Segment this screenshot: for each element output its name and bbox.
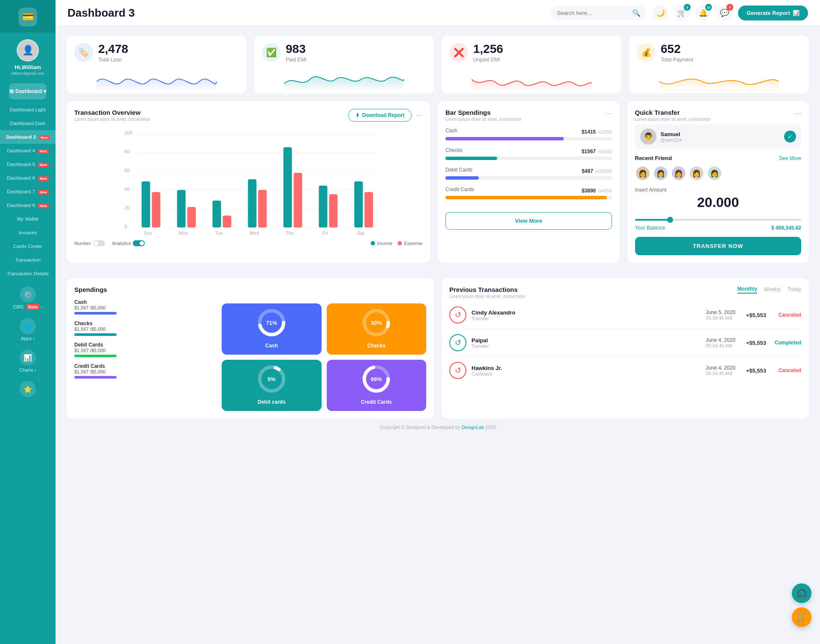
spendings-checks-name: Checks xyxy=(74,321,211,326)
footer-brand-link[interactable]: DexignLab xyxy=(462,425,484,430)
chart-bar-icon: 📊 xyxy=(793,10,800,16)
sidebar-item-dashboard6[interactable]: Dashboard 6 New xyxy=(0,171,56,185)
expense-label: Expense xyxy=(404,241,422,246)
sidebar-item-dashboard8[interactable]: Dashboard 8 New xyxy=(0,198,56,212)
spending-credit-label: Credit Cards xyxy=(445,186,474,194)
friend-avatar-5[interactable]: 👩 xyxy=(707,166,722,181)
tab-today[interactable]: Today xyxy=(788,286,801,293)
donut-cash: 71% Cash xyxy=(222,303,321,355)
svg-text:Tue: Tue xyxy=(215,230,223,236)
amount-slider[interactable] xyxy=(635,219,802,221)
tx-time-cindy: 05:34:45 AM xyxy=(706,315,735,321)
donut-debit-label: Debit cards xyxy=(258,399,285,405)
svg-rect-26 xyxy=(258,190,267,227)
sidebar-item-transaction[interactable]: Transaction xyxy=(0,253,56,267)
prev-tx-title: Previous Transactions xyxy=(449,286,525,293)
friend-avatar-3[interactable]: 👩 xyxy=(671,166,686,181)
bar-spendings-more-btn[interactable]: ··· xyxy=(605,109,612,118)
stat-card-total-loan: 🏷️ 2,478 Total Loan xyxy=(67,35,246,93)
sidebar-item-dashboard3[interactable]: Dashboard 3 New xyxy=(0,130,56,144)
sidebar-item-dashboard5[interactable]: Dashboard 5 New xyxy=(0,157,56,171)
tx-time-paipal: 05:34:45 AM xyxy=(706,343,735,348)
donut-checks-svg: 30% xyxy=(361,308,391,338)
friend-avatar-1[interactable]: 👩 xyxy=(635,166,650,181)
new-badge: New xyxy=(38,149,48,154)
donut-credit-label: Credit Cards xyxy=(361,399,392,405)
sidebar-item-wallet[interactable]: My Wallet xyxy=(0,212,56,226)
recent-friend-label: Recent Friend xyxy=(635,155,672,161)
bar-chart-svg: 100 80 60 40 20 0 Sun xyxy=(74,126,422,237)
donut-debit-svg: 5% xyxy=(257,364,287,394)
download-report-button[interactable]: ⬇ Download Report xyxy=(348,109,412,122)
sidebar-item-dashboard4[interactable]: Dashboard 4 New xyxy=(0,144,56,157)
tx-name-hawkins: Hawkins Jr. xyxy=(472,365,502,371)
moon-btn[interactable]: 🌙 xyxy=(653,5,668,20)
svg-rect-27 xyxy=(284,147,292,227)
bar-spendings-card: Bar Spendings Lorem ipsum dolor sit amet… xyxy=(438,101,620,263)
sidebar-item-cards[interactable]: Cards Center xyxy=(0,239,56,253)
friend-avatar-4[interactable]: 👩 xyxy=(689,166,704,181)
spending-debit-max: /s10000 xyxy=(595,169,612,174)
svg-rect-32 xyxy=(365,192,373,227)
svg-rect-25 xyxy=(248,179,257,227)
donut-debit: 5% Debit cards xyxy=(222,360,321,411)
sidebar-charts[interactable]: 📊 Charts › xyxy=(19,344,36,375)
search-box[interactable]: 🔍 xyxy=(551,6,647,20)
sidebar-favorites[interactable]: ⭐ xyxy=(20,375,36,402)
sidebar-item-dashboard7[interactable]: Dashboard 7 New xyxy=(0,185,56,198)
more-options-button[interactable]: ··· xyxy=(416,111,422,120)
spendings-content: Cash $1,567 /$5,000 Checks $1,567 /$5,00… xyxy=(74,299,426,411)
footer: Copyright © Designed & Developed by Dexi… xyxy=(67,419,809,436)
sidebar-cms[interactable]: ⚙️ CMS New › xyxy=(13,280,43,312)
quick-transfer-card: Quick Transfer Lorem ipsum dolor sit ame… xyxy=(627,101,809,263)
dashboard-dropdown-btn[interactable]: ⊞ Dashboard ▾ xyxy=(9,83,47,99)
sidebar-nav: Dashboard Light Dashboard Dark Dashboard… xyxy=(0,103,56,635)
cart-btn[interactable]: 🛒 2 xyxy=(674,5,689,20)
transfer-now-button[interactable]: TRANSFER NOW xyxy=(635,237,802,255)
transfer-contact: 👨 Samuel @sam224 ✓ xyxy=(635,124,802,149)
sidebar-item-invoices[interactable]: Invoices xyxy=(0,226,56,239)
legend-number: Number xyxy=(74,240,105,246)
svg-text:0: 0 xyxy=(125,224,127,229)
headset-icon: 🎧 xyxy=(797,588,807,598)
fab-cart-btn[interactable]: 🛒 xyxy=(792,607,811,627)
svg-text:Wed: Wed xyxy=(249,230,259,236)
svg-rect-24 xyxy=(223,216,231,227)
wallet-icon[interactable]: 💳 xyxy=(18,8,37,26)
friend-avatar-2[interactable]: 👩 xyxy=(653,166,668,181)
gear-icon: ⚙️ xyxy=(20,286,36,303)
total-payment-wave xyxy=(637,69,801,92)
svg-rect-31 xyxy=(354,181,363,227)
new-badge: New xyxy=(38,176,48,181)
header-right: 🔍 🌙 🛒 2 🔔 12 💬 5 Generate Report 📊 xyxy=(551,5,808,20)
generate-report-button[interactable]: Generate Report 📊 xyxy=(738,6,808,20)
search-input[interactable] xyxy=(557,10,629,16)
bottom-row: Spendings Cash $1,567 /$5,000 Checks $1,… xyxy=(67,278,809,419)
fab-support-btn[interactable]: 🎧 xyxy=(792,583,811,603)
new-badge: New xyxy=(39,135,49,140)
bell-btn[interactable]: 🔔 12 xyxy=(695,5,711,20)
messages-btn[interactable]: 💬 5 xyxy=(717,5,732,20)
bar-chart: 100 80 60 40 20 0 Sun xyxy=(74,126,422,237)
quick-transfer-more-btn[interactable]: ··· xyxy=(795,109,801,118)
total-loan-value: 2,478 xyxy=(98,43,128,55)
download-icon: ⬇ xyxy=(355,112,360,118)
spending-item-debit: Debit Cards $487 /s10000 xyxy=(445,167,612,180)
contact-name: Samuel xyxy=(661,131,682,137)
tx-amount-hawkins: +$5,553 xyxy=(741,367,766,374)
view-more-button[interactable]: View More xyxy=(445,212,612,230)
analytics-toggle[interactable] xyxy=(133,240,145,246)
sidebar: 💳 👤 Hi,William william@gmail.com ⊞ Dashb… xyxy=(0,0,56,644)
balance-value: $ 456,345.62 xyxy=(771,225,801,231)
number-toggle[interactable] xyxy=(93,240,105,246)
tab-monthly[interactable]: Monthly xyxy=(738,286,757,294)
sidebar-item-dashboard-light[interactable]: Dashboard Light xyxy=(0,103,56,117)
sidebar-apps[interactable]: 🌐 Apps › xyxy=(20,312,36,344)
svg-rect-22 xyxy=(187,207,196,227)
sidebar-item-transaction-details[interactable]: Transaction Details xyxy=(0,267,56,280)
sidebar-item-dashboard-dark[interactable]: Dashboard Dark xyxy=(0,117,56,130)
donut-credit-svg: 96% xyxy=(361,364,391,394)
see-more-link[interactable]: See More xyxy=(779,155,801,161)
tab-weekly[interactable]: Weekly xyxy=(764,286,781,293)
paid-emi-wave xyxy=(262,69,426,92)
